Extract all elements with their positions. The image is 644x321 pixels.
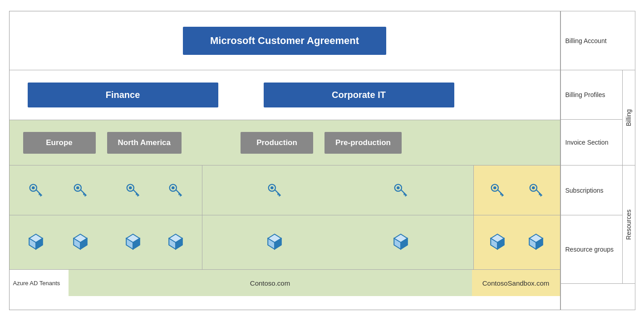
key-icon-1 bbox=[27, 181, 44, 200]
sandbox-tenant: ContosoSandbox.com bbox=[472, 270, 560, 296]
cube-icon-2 bbox=[70, 232, 90, 253]
billing-vertical-label: Billing bbox=[622, 70, 635, 165]
svg-point-36 bbox=[532, 186, 535, 189]
microsoft-customer-agreement-box: Microsoft Customer Agreement bbox=[183, 27, 386, 55]
key-icon-3 bbox=[124, 181, 142, 200]
prod-resources bbox=[202, 215, 474, 269]
svg-point-26 bbox=[397, 186, 400, 189]
prod-subscriptions bbox=[202, 165, 474, 215]
resource-groups-row bbox=[10, 215, 560, 270]
corporate-it-profile-box: Corporate IT bbox=[264, 83, 454, 107]
svg-point-1 bbox=[32, 186, 35, 189]
svg-point-11 bbox=[129, 186, 132, 189]
cube-icon-3 bbox=[123, 232, 143, 253]
invoice-section-row: Europe North America Production Pre-prod… bbox=[10, 120, 560, 165]
billing-account-label: Billing Account bbox=[561, 11, 635, 70]
europe-subscriptions bbox=[10, 165, 107, 215]
invoice-section-label: Invoice Section bbox=[561, 120, 622, 165]
preprod-resources bbox=[474, 215, 560, 269]
na-resources bbox=[107, 215, 202, 269]
resources-vertical-label: Resources bbox=[622, 165, 635, 283]
key-icon-7 bbox=[489, 181, 506, 200]
cube-icon-6 bbox=[391, 232, 411, 253]
diagram-container: Microsoft Customer Agreement Finance Cor… bbox=[9, 11, 635, 310]
europe-resources bbox=[10, 215, 107, 269]
ad-tenants-label: Azure AD Tenants bbox=[10, 280, 69, 287]
north-america-section-box: North America bbox=[107, 132, 182, 154]
main-content: Microsoft Customer Agreement Finance Cor… bbox=[9, 11, 560, 310]
pre-production-section-box: Pre-production bbox=[324, 132, 402, 154]
svg-point-21 bbox=[270, 186, 274, 189]
billing-group: Billing Profiles Invoice Section Billing bbox=[561, 70, 635, 165]
svg-point-6 bbox=[76, 186, 79, 189]
ad-tenants-right-spacer bbox=[561, 283, 635, 310]
key-icon-2 bbox=[72, 181, 89, 200]
cube-icon-8 bbox=[526, 232, 546, 253]
production-section-box: Production bbox=[241, 132, 313, 154]
ad-tenants-row: Azure AD Tenants Contoso.com ContosoSand… bbox=[10, 270, 560, 296]
cube-icon-7 bbox=[487, 232, 507, 253]
key-icon-4 bbox=[167, 181, 184, 200]
billing-account-row: Microsoft Customer Agreement bbox=[10, 11, 560, 70]
key-icon-8 bbox=[527, 181, 545, 200]
svg-point-31 bbox=[493, 186, 497, 189]
subscriptions-label: Subscriptions bbox=[561, 165, 622, 215]
svg-point-16 bbox=[172, 186, 175, 189]
billing-profiles-row: Finance Corporate IT bbox=[10, 70, 560, 120]
cube-icon-4 bbox=[166, 232, 186, 253]
cube-icon-1 bbox=[26, 232, 46, 253]
cube-icon-5 bbox=[265, 232, 285, 253]
finance-profile-box: Finance bbox=[28, 83, 218, 107]
billing-profiles-label: Billing Profiles bbox=[561, 70, 622, 120]
europe-section-box: Europe bbox=[23, 132, 96, 154]
subscriptions-row bbox=[10, 165, 560, 215]
preprod-subscriptions bbox=[474, 165, 560, 215]
na-subscriptions bbox=[107, 165, 202, 215]
contoso-tenant: Contoso.com bbox=[69, 270, 472, 296]
key-icon-6 bbox=[392, 181, 409, 200]
right-labels-column: Billing Account Billing Profiles Invoice… bbox=[560, 11, 635, 310]
resources-group: Subscriptions Resource groups Resources bbox=[561, 165, 635, 283]
key-icon-5 bbox=[266, 181, 283, 200]
resource-groups-label: Resource groups bbox=[561, 215, 622, 283]
